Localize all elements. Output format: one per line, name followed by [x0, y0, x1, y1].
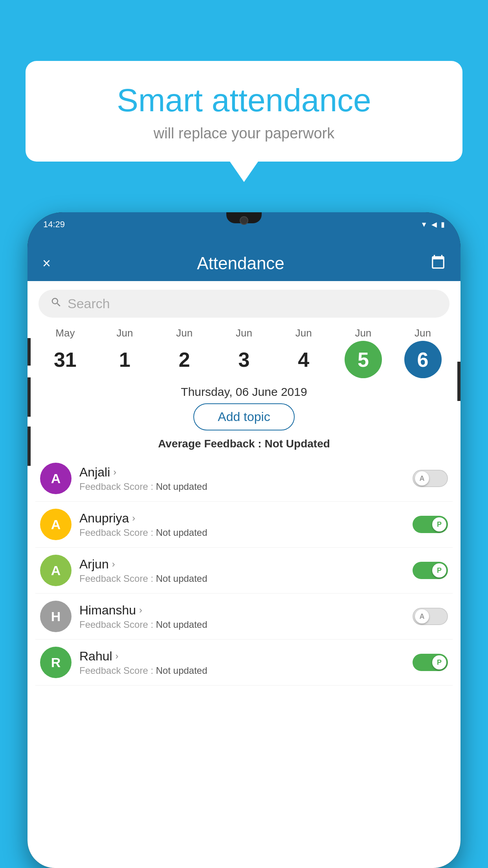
student-info: Arjun ›Feedback Score : Not updated — [79, 557, 405, 584]
camera-dot — [240, 216, 248, 225]
power-button — [28, 338, 31, 366]
phone-content: Search May31Jun1Jun2Jun3Jun4Jun5Jun6 Thu… — [28, 281, 460, 868]
speech-bubble-container: Smart attendance will replace your paper… — [26, 61, 462, 162]
volume-down-button — [28, 427, 31, 466]
calendar-day-5[interactable]: Jun5 — [339, 327, 387, 378]
student-item[interactable]: AAnupriya ›Feedback Score : Not updatedP — [35, 502, 453, 548]
student-info: Anupriya ›Feedback Score : Not updated — [79, 511, 405, 538]
battery-icon: ▮ — [441, 220, 445, 229]
volume-button-right — [457, 362, 460, 401]
cal-date-label: 31 — [54, 349, 77, 370]
status-bar: 14:29 ▼ ◀ ▮ — [28, 212, 460, 246]
close-button[interactable]: × — [42, 255, 51, 272]
student-feedback: Feedback Score : Not updated — [79, 527, 405, 538]
cal-month-label: Jun — [176, 327, 193, 339]
chevron-icon: › — [112, 559, 115, 570]
student-item[interactable]: HHimanshu ›Feedback Score : Not updatedA — [35, 594, 453, 640]
cal-month-label: May — [55, 327, 75, 339]
selected-date-label: Thursday, 06 June 2019 — [28, 385, 460, 399]
cal-month-label: Jun — [355, 327, 371, 339]
attendance-toggle[interactable]: A — [413, 470, 448, 487]
toggle-knob: A — [415, 471, 429, 485]
student-list: AAnjali ›Feedback Score : Not updatedAAA… — [28, 456, 460, 686]
student-name: Rahul › — [79, 649, 405, 664]
calendar-day-31[interactable]: May31 — [42, 327, 89, 378]
attendance-toggle[interactable]: P — [413, 562, 448, 579]
student-avatar: A — [40, 463, 72, 494]
status-time: 14:29 — [43, 218, 65, 230]
cal-date-label: 6 — [417, 349, 429, 370]
toggle-knob: P — [432, 563, 446, 577]
student-feedback: Feedback Score : Not updated — [79, 573, 405, 584]
cal-month-label: Jun — [415, 327, 431, 339]
feedback-value: Not updated — [156, 619, 207, 630]
cal-date-label: 4 — [298, 349, 309, 370]
student-avatar: H — [40, 601, 72, 632]
search-bar[interactable]: Search — [39, 290, 449, 318]
student-feedback: Feedback Score : Not updated — [79, 665, 405, 676]
attendance-toggle[interactable]: P — [413, 516, 448, 533]
cal-date-label: 5 — [358, 349, 369, 370]
attendance-toggle[interactable]: A — [413, 608, 448, 625]
student-name: Arjun › — [79, 557, 405, 572]
calendar-day-1[interactable]: Jun1 — [101, 327, 149, 378]
add-topic-button[interactable]: Add topic — [193, 403, 294, 430]
chevron-icon: › — [132, 513, 135, 524]
student-name: Anupriya › — [79, 511, 405, 526]
phone-frame: 14:29 ▼ ◀ ▮ × Attendance Search — [28, 212, 460, 868]
feedback-value: Not updated — [156, 665, 207, 676]
student-avatar: R — [40, 647, 72, 678]
toggle-knob: P — [432, 517, 446, 531]
student-info: Himanshu ›Feedback Score : Not updated — [79, 603, 405, 630]
signal-icon: ◀ — [431, 220, 437, 229]
student-info: Rahul ›Feedback Score : Not updated — [79, 649, 405, 676]
student-item[interactable]: AAnjali ›Feedback Score : Not updatedA — [35, 456, 453, 502]
student-feedback: Feedback Score : Not updated — [79, 619, 405, 630]
chevron-icon: › — [116, 651, 119, 662]
toggle-knob: A — [415, 609, 429, 623]
student-name: Himanshu › — [79, 603, 405, 618]
student-info: Anjali ›Feedback Score : Not updated — [79, 465, 405, 492]
attendance-toggle[interactable]: P — [413, 654, 448, 671]
student-name: Anjali › — [79, 465, 405, 480]
chevron-icon: › — [113, 467, 116, 478]
header-title: Attendance — [197, 254, 284, 273]
calendar-day-6[interactable]: Jun6 — [399, 327, 446, 378]
student-avatar: A — [40, 509, 72, 540]
calendar-day-3[interactable]: Jun3 — [220, 327, 268, 378]
student-avatar: A — [40, 555, 72, 586]
feedback-value: Not updated — [156, 481, 207, 492]
wifi-icon: ▼ — [420, 221, 427, 229]
volume-up-button — [28, 377, 31, 417]
status-icons: ▼ ◀ ▮ — [420, 218, 445, 229]
student-item[interactable]: AArjun ›Feedback Score : Not updatedP — [35, 548, 453, 594]
app-header: × Attendance — [28, 246, 460, 281]
avg-feedback-label: Average Feedback : — [158, 438, 264, 450]
speech-bubble: Smart attendance will replace your paper… — [26, 61, 462, 162]
cal-date-label: 2 — [179, 349, 190, 370]
calendar-day-2[interactable]: Jun2 — [161, 327, 208, 378]
feedback-value: Not updated — [156, 573, 207, 584]
cal-month-label: Jun — [295, 327, 312, 339]
phone-notch — [226, 212, 262, 223]
search-icon — [50, 296, 62, 311]
calendar-day-4[interactable]: Jun4 — [280, 327, 327, 378]
cal-month-label: Jun — [236, 327, 252, 339]
cal-date-label: 1 — [119, 349, 130, 370]
toggle-knob: P — [432, 655, 446, 669]
student-feedback: Feedback Score : Not updated — [79, 481, 405, 492]
calendar-row: May31Jun1Jun2Jun3Jun4Jun5Jun6 — [28, 322, 460, 378]
feedback-value: Not updated — [156, 527, 207, 538]
search-placeholder: Search — [68, 296, 110, 311]
bubble-subtitle: will replace your paperwork — [49, 125, 439, 142]
chevron-icon: › — [139, 605, 142, 616]
cal-month-label: Jun — [117, 327, 133, 339]
add-topic-section: Add topic — [28, 403, 460, 430]
calendar-icon[interactable] — [431, 254, 446, 272]
cal-date-label: 3 — [238, 349, 250, 370]
bubble-title: Smart attendance — [49, 83, 439, 118]
student-item[interactable]: RRahul ›Feedback Score : Not updatedP — [35, 640, 453, 686]
avg-feedback-value: Not Updated — [264, 438, 330, 450]
avg-feedback: Average Feedback : Not Updated — [28, 438, 460, 450]
